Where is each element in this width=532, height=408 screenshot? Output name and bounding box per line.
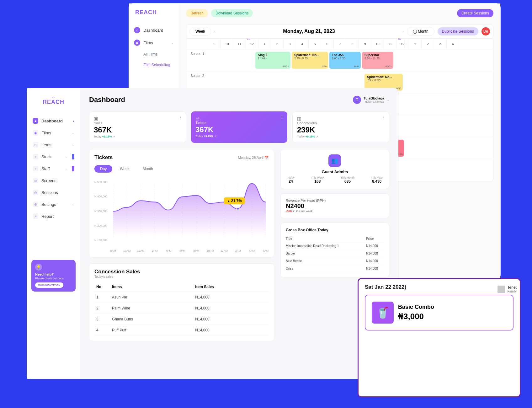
refresh-button[interactable]: Refresh	[186, 9, 208, 17]
session-event[interactable]: Spiderman: No...2.25 - 5.255/96	[292, 52, 328, 69]
y-tick: N 400,000	[94, 195, 108, 198]
card-icon: ▤	[195, 116, 283, 121]
gbo-table: TitlePrice Mission Impossible Dead Recko…	[286, 235, 384, 272]
duplicate-sessions-button[interactable]: Duplicate Sessions	[438, 27, 478, 35]
delete-sessions-button[interactable]: De	[481, 27, 490, 35]
page-header: Dashboard T TulaGbolaga Fusion Cinemas ⌄	[89, 96, 389, 104]
chevron-down-icon: ⌄	[65, 155, 67, 158]
nav-icon: ○	[33, 154, 38, 159]
view-month-pill[interactable]: ◯ Month	[407, 27, 434, 36]
nav-icon: ■	[33, 118, 38, 124]
tab-day[interactable]: Day	[94, 165, 112, 173]
sidebar-item-films[interactable]: ◉Films⌄	[27, 127, 80, 139]
x-tick: 6PM	[179, 249, 185, 252]
x-tick: 8PM	[194, 249, 200, 252]
x-tick: 10PM	[206, 249, 214, 252]
help-card: 💡 Need help? Please check our docs DOCUM…	[31, 260, 76, 292]
x-tick: 12AM	[221, 249, 228, 252]
nav-films[interactable]: ◉Films⌄	[129, 36, 179, 49]
nav-all-films[interactable]: All Films	[129, 49, 179, 60]
create-sessions-button[interactable]: Create Sessions	[457, 9, 493, 17]
nav-icon: ▭	[33, 178, 38, 183]
chevron-down-icon: ⌄	[65, 167, 67, 170]
nav-icon: ↗	[33, 213, 38, 219]
chevron-down-icon: ⌄	[171, 41, 174, 45]
sidebar-item-screens[interactable]: ▭Screens	[27, 174, 80, 186]
screen-row: Screen 1Sing 211.40 - 4/101Spiderman: No…	[186, 49, 493, 71]
x-tick: 8AM	[110, 249, 116, 252]
view-week-pill[interactable]: Week	[189, 27, 211, 36]
sidebar-item-report[interactable]: ↗Report	[27, 210, 80, 222]
gbo-panel: Gross Box Office Today TitlePrice Missio…	[280, 223, 389, 278]
prev-day-icon[interactable]: ‹	[214, 30, 215, 33]
x-tick: 12AM	[137, 249, 145, 252]
stat-card-sales[interactable]: ⋮▣Sales367KToday +9.15% ↗	[89, 111, 186, 143]
chevron-down-icon: ⌄	[72, 131, 74, 134]
session-event[interactable]: Sing 211.40 - 4/101	[255, 52, 290, 69]
rph-amount: N2400	[286, 202, 384, 210]
ticket-date: Sat Jan 22 2022)	[365, 284, 513, 290]
guest-col: This Month635	[341, 176, 355, 184]
nav-film-scheduling[interactable]: Film Scheduling	[129, 60, 179, 70]
avatar: T	[353, 96, 361, 104]
help-subtitle: Please check our docs	[35, 277, 72, 280]
movie-thumb-icon	[497, 286, 505, 293]
date-bar: Week ‹ Monday, Aug 21, 2023 › ◯ Month Du…	[186, 24, 493, 39]
sidebar-item-settings[interactable]: ⚙Settings⌄	[27, 198, 80, 210]
tab-week[interactable]: Week	[114, 165, 135, 173]
chevron-down-icon: ⌄	[72, 203, 74, 206]
front-nav: ■Dashboard◉Films⌄□Items⌄○Stock⌄○Staff⌄▭S…	[27, 115, 80, 222]
table-row: OrisaN14,000	[286, 265, 384, 272]
chevron-down-icon: ⌄	[72, 143, 74, 146]
front-sidebar: REACH ■Dashboard◉Films⌄□Items⌄○Stock⌄○St…	[27, 88, 80, 379]
y-tick: N 300,000	[94, 210, 108, 213]
current-date: Monday, Aug 21, 2023	[283, 29, 335, 34]
guest-admits-panel: 👥 Guest Admits Today24This Week163This M…	[280, 149, 389, 189]
user-menu[interactable]: T TulaGbolaga Fusion Cinemas ⌄	[353, 96, 389, 104]
combo-card[interactable]: 🥤 Basic Combo ₦3,000	[365, 295, 513, 330]
stat-card-tickets[interactable]: ⋮▤Tickets367KToday +9.15% ↗	[191, 111, 287, 143]
stat-card-concessions[interactable]: ⋮▥Concessions239KToday +9.15% ↗	[292, 111, 389, 143]
timeline-header: 91011PM121234567891011AM121234	[186, 39, 493, 49]
sidebar-item-staff[interactable]: ○Staff⌄	[27, 163, 80, 174]
x-tick: 10AM	[123, 249, 131, 252]
x-tick: 6AM	[263, 249, 269, 252]
card-icon: ▥	[297, 116, 385, 121]
nav-dashboard[interactable]: ⌂Dashboard	[129, 24, 179, 36]
sidebar-item-stock[interactable]: ○Stock⌄	[27, 151, 80, 163]
concession-subtitle: Today's sales	[94, 275, 269, 278]
table-row: Mission Impossible Dead Reckoning 1N14,0…	[286, 242, 384, 250]
x-tick: 2AM	[235, 249, 241, 252]
ticket-movie: Tenet	[508, 285, 517, 290]
rph-change: -30% in the last week	[286, 210, 384, 213]
tickets-chart-panel: Tickets Monday, 25 April 📅 DayWeekMonth …	[89, 149, 274, 258]
x-tick: 4PM	[166, 249, 172, 252]
stat-cards: ⋮▣Sales367KToday +9.15% ↗⋮▤Tickets367KTo…	[89, 111, 389, 143]
nav-icon: ⚙	[33, 201, 38, 207]
guest-col: This Week163	[311, 176, 324, 184]
drink-icon: 🥤	[372, 302, 394, 324]
home-icon: ⌂	[134, 27, 140, 33]
nav-icon: ◷	[33, 190, 38, 195]
nav-icon: ○	[33, 166, 38, 171]
table-row: 4Puff PuffN14,000	[94, 325, 269, 336]
tab-month[interactable]: Month	[137, 165, 159, 173]
sidebar-item-dashboard[interactable]: ■Dashboard	[27, 115, 80, 127]
guest-admits-title: Guest Admits	[286, 169, 384, 174]
content-columns: Tickets Monday, 25 April 📅 DayWeekMonth …	[89, 149, 389, 341]
sidebar-item-sessions[interactable]: ◷Sessions	[27, 186, 80, 198]
session-event[interactable]: The 3556.00 - 8.300/97	[329, 52, 361, 69]
table-row: 1Asun PieN14,000	[94, 292, 269, 303]
download-sessions-button[interactable]: Download Sessions	[211, 9, 253, 17]
gbo-title: Gross Box Office Today	[286, 228, 384, 232]
badge-icon	[72, 166, 74, 171]
documentation-button[interactable]: DOCUMENTATION	[35, 282, 63, 288]
rph-title: Revenue Per Head (RPH)	[286, 199, 384, 202]
next-day-icon[interactable]: ›	[402, 30, 404, 33]
y-tick: N 200,000	[94, 224, 108, 227]
table-row: 3Ghana BunsN14,000	[94, 314, 269, 325]
tickets-date: Monday, 25 April 📅	[238, 156, 269, 160]
session-event[interactable]: Superstar8.50 - 11.200/101	[362, 52, 393, 69]
sidebar-item-items[interactable]: □Items⌄	[27, 139, 80, 151]
lightbulb-icon: 💡	[35, 264, 42, 271]
